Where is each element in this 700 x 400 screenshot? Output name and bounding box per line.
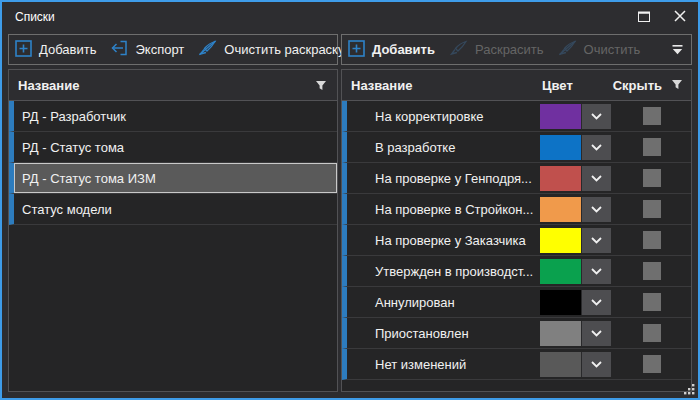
- status-name: Нет изменений: [347, 357, 540, 372]
- status-row[interactable]: Утвержден в производст...: [342, 256, 691, 287]
- hide-checkbox[interactable]: [643, 293, 661, 311]
- list-item[interactable]: Статус модели: [9, 194, 337, 225]
- funnel-icon[interactable]: [671, 78, 683, 93]
- hide-column-label: Скрыть: [613, 78, 662, 93]
- statuses-grid: Название Цвет Скрыть На корректировке: [341, 69, 692, 392]
- chevron-down-icon[interactable]: [582, 352, 611, 377]
- list-item[interactable]: РД - Разработчик: [9, 101, 337, 132]
- chevron-down-icon[interactable]: [582, 228, 611, 253]
- chevron-down-icon[interactable]: [582, 290, 611, 315]
- resize-grip[interactable]: [682, 382, 695, 395]
- maximize-button[interactable]: [626, 2, 662, 32]
- status-name: На проверке в Стройкон...: [347, 202, 540, 217]
- chevron-down-icon[interactable]: [582, 259, 611, 284]
- hide-checkbox[interactable]: [643, 200, 661, 218]
- statuses-grid-header: Название Цвет Скрыть: [342, 70, 691, 101]
- clear-coloring-button[interactable]: Очистить раскраску: [198, 40, 344, 59]
- add-list-label: Добавить: [39, 42, 96, 57]
- color-swatch: [540, 104, 581, 129]
- add-icon: [15, 40, 32, 60]
- color-dropdown[interactable]: [540, 259, 611, 284]
- hide-checkbox[interactable]: [643, 138, 661, 156]
- chevron-down-icon[interactable]: [582, 166, 611, 191]
- chevron-down-icon[interactable]: [582, 321, 611, 346]
- status-row[interactable]: На корректировке: [342, 101, 691, 132]
- column-header-hide[interactable]: Скрыть: [613, 78, 691, 93]
- hide-checkbox[interactable]: [643, 231, 661, 249]
- color-dropdown[interactable]: [540, 228, 611, 253]
- color-swatch: [540, 228, 581, 253]
- titlebar[interactable]: Списки: [2, 2, 698, 32]
- app-window: Списки Добавить: [0, 0, 700, 400]
- status-row[interactable]: Нет изменений: [342, 349, 691, 380]
- clear-paint-icon: [558, 40, 577, 59]
- status-row[interactable]: На проверке у Генподря...: [342, 163, 691, 194]
- hide-checkbox[interactable]: [643, 355, 661, 373]
- chevron-down-icon[interactable]: [582, 197, 611, 222]
- colorize-button: Раскрасить: [449, 40, 544, 59]
- lists-pane: Добавить Экспорт Очистить раскраску: [8, 34, 338, 392]
- clear-coloring-label: Очистить раскраску: [224, 42, 344, 57]
- color-dropdown[interactable]: [540, 135, 611, 160]
- statuses-pane: Добавить Раскрасить Очистить: [341, 34, 692, 392]
- status-name: На корректировке: [347, 109, 540, 124]
- color-swatch: [540, 197, 581, 222]
- statuses-rows: На корректировке В разработке: [342, 101, 691, 391]
- column-header-name[interactable]: Название: [342, 78, 540, 93]
- export-label: Экспорт: [135, 42, 184, 57]
- toolbar-overflow-button[interactable]: [672, 41, 683, 59]
- color-dropdown[interactable]: [540, 104, 611, 129]
- list-item[interactable]: РД - Статус тома: [9, 132, 337, 163]
- lists-rows: РД - Разработчик РД - Статус тома РД - С…: [9, 101, 337, 391]
- paint-brush-icon: [449, 40, 468, 59]
- color-swatch: [540, 321, 581, 346]
- color-dropdown[interactable]: [540, 290, 611, 315]
- main-content: Добавить Экспорт Очистить раскраску: [2, 32, 698, 398]
- status-name: Утвержден в производст...: [347, 264, 540, 279]
- hide-checkbox[interactable]: [643, 324, 661, 342]
- status-name: Аннулирован: [347, 295, 540, 310]
- status-row[interactable]: В разработке: [342, 132, 691, 163]
- lists-grid: Название РД - Разработчик РД - Статус то…: [8, 69, 338, 392]
- hide-checkbox[interactable]: [643, 262, 661, 280]
- maximize-icon: [638, 8, 650, 26]
- list-item-label: РД - Статус тома: [22, 140, 124, 155]
- status-row[interactable]: На проверке в Стройкон...: [342, 194, 691, 225]
- hide-checkbox[interactable]: [643, 107, 661, 125]
- lists-grid-header: Название: [9, 70, 337, 101]
- status-name: На проверке у Заказчика: [347, 233, 540, 248]
- status-row[interactable]: На проверке у Заказчика: [342, 225, 691, 256]
- color-swatch: [540, 166, 581, 191]
- color-dropdown[interactable]: [540, 197, 611, 222]
- color-swatch: [540, 290, 581, 315]
- clear-paint-icon: [198, 40, 217, 59]
- add-status-label: Добавить: [372, 42, 435, 57]
- status-name: На проверке у Генподря...: [347, 171, 540, 186]
- add-status-button[interactable]: Добавить: [348, 40, 435, 60]
- funnel-icon[interactable]: [315, 80, 337, 91]
- hide-checkbox[interactable]: [643, 169, 661, 187]
- chevron-down-icon[interactable]: [582, 135, 611, 160]
- close-icon: [674, 8, 686, 26]
- column-header-name[interactable]: Название: [9, 78, 79, 93]
- status-name: В разработке: [347, 140, 540, 155]
- column-header-color[interactable]: Цвет: [540, 78, 613, 93]
- clear-button: Очистить: [558, 40, 641, 59]
- chevron-down-icon[interactable]: [582, 104, 611, 129]
- color-swatch: [540, 135, 581, 160]
- close-button[interactable]: [662, 2, 698, 32]
- list-item-selected[interactable]: РД - Статус тома ИЗМ: [9, 163, 337, 194]
- add-list-button[interactable]: Добавить: [15, 40, 96, 60]
- list-item-label: РД - Статус тома ИЗМ: [22, 171, 156, 186]
- colorize-label: Раскрасить: [475, 42, 544, 57]
- window-title: Списки: [15, 10, 55, 24]
- color-dropdown[interactable]: [540, 166, 611, 191]
- overflow-dropdown-icon: [672, 41, 683, 59]
- color-dropdown[interactable]: [540, 321, 611, 346]
- left-toolbar: Добавить Экспорт Очистить раскраску: [8, 34, 338, 65]
- color-dropdown[interactable]: [540, 352, 611, 377]
- status-row[interactable]: Приостановлен: [342, 318, 691, 349]
- export-button[interactable]: Экспорт: [110, 40, 184, 59]
- status-row[interactable]: Аннулирован: [342, 287, 691, 318]
- status-name: Приостановлен: [347, 326, 540, 341]
